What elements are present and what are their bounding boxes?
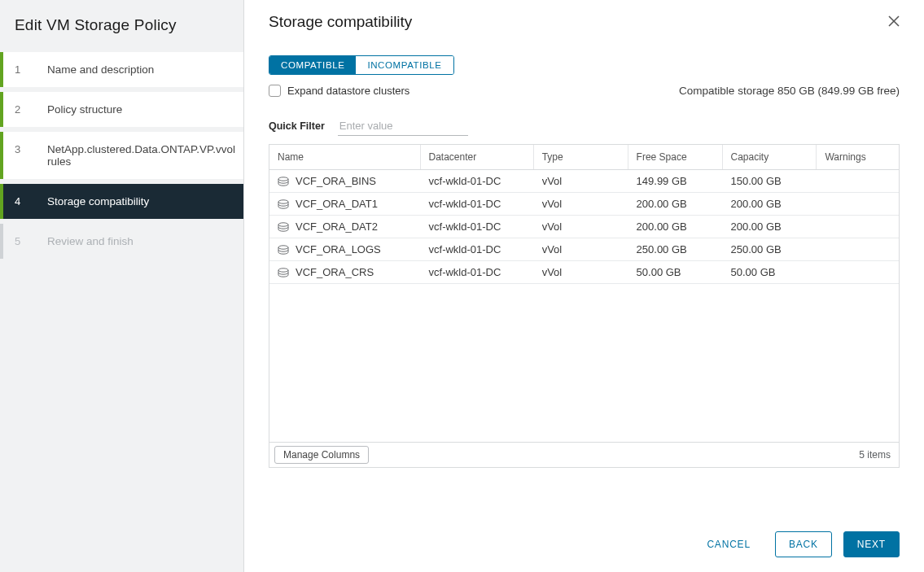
wizard-footer: CANCEL BACK NEXT <box>269 497 900 557</box>
cancel-button[interactable]: CANCEL <box>694 532 763 557</box>
wizard-step-policy-structure[interactable]: 2 Policy structure <box>0 92 243 127</box>
datastore-name: VCF_ORA_CRS <box>296 266 374 278</box>
col-name[interactable]: Name <box>269 145 421 169</box>
cell-type: vVol <box>534 216 628 238</box>
page-title: Storage compatibility <box>269 13 412 31</box>
step-label: Storage compatibility <box>31 195 229 207</box>
svg-point-6 <box>278 268 288 271</box>
col-warnings[interactable]: Warnings <box>817 145 898 169</box>
datastore-icon <box>278 245 289 255</box>
step-number: 4 <box>15 195 20 207</box>
cell-free-space: 200.00 GB <box>628 216 723 238</box>
grid-footer: Manage Columns 5 items <box>269 442 899 467</box>
svg-point-3 <box>278 199 288 203</box>
compatibility-tab-group: COMPATIBLE INCOMPATIBLE <box>269 55 454 75</box>
datastore-name: VCF_ORA_DAT2 <box>296 221 378 233</box>
step-label: Policy structure <box>31 103 229 116</box>
col-type[interactable]: Type <box>534 145 628 169</box>
table-row[interactable]: VCF_ORA_LOGSvcf-wkld-01-DCvVol250.00 GB2… <box>269 238 899 261</box>
step-number: 5 <box>15 235 20 247</box>
cell-name: VCF_ORA_DAT1 <box>269 193 421 215</box>
datastore-icon <box>278 268 289 277</box>
cell-name: VCF_ORA_CRS <box>269 261 421 283</box>
expand-clusters-checkbox-wrap[interactable]: Expand datastore clusters <box>269 85 409 97</box>
manage-columns-button[interactable]: Manage Columns <box>274 446 369 464</box>
col-datacenter[interactable]: Datacenter <box>421 145 534 169</box>
expand-clusters-label: Expand datastore clusters <box>287 85 409 97</box>
compatible-storage-summary: Compatible storage 850 GB (849.99 GB fre… <box>679 85 900 97</box>
table-row[interactable]: VCF_ORA_CRSvcf-wkld-01-DCvVol50.00 GB50.… <box>269 261 899 284</box>
main-header: Storage compatibility <box>269 13 900 31</box>
datastore-grid: Name Datacenter Type Free Space Capacity… <box>269 144 900 468</box>
checkbox-icon[interactable] <box>269 85 281 97</box>
cell-datacenter: vcf-wkld-01-DC <box>421 238 534 260</box>
step-number: 3 <box>15 143 20 155</box>
wizard-step-storage-compatibility[interactable]: 4 Storage compatibility <box>0 184 243 219</box>
step-label: NetApp.clustered.Data.ONTAP.VP.vvol rule… <box>31 143 229 168</box>
cell-warnings <box>817 177 898 186</box>
wizard-step-vvol-rules[interactable]: 3 NetApp.clustered.Data.ONTAP.VP.vvol ru… <box>0 132 243 179</box>
datastore-name: VCF_ORA_LOGS <box>296 243 381 255</box>
wizard-step-name-description[interactable]: 1 Name and description <box>0 52 243 87</box>
cell-datacenter: vcf-wkld-01-DC <box>421 193 534 215</box>
cell-capacity: 50.00 GB <box>723 261 817 283</box>
step-number: 1 <box>15 63 20 76</box>
cell-datacenter: vcf-wkld-01-DC <box>421 261 534 283</box>
cell-free-space: 50.00 GB <box>628 261 723 283</box>
cell-type: vVol <box>534 193 628 215</box>
compat-tabs-row: COMPATIBLE INCOMPATIBLE <box>269 55 900 75</box>
col-capacity[interactable]: Capacity <box>723 145 817 169</box>
tab-compatible[interactable]: COMPATIBLE <box>269 56 356 74</box>
cell-warnings <box>817 199 898 209</box>
wizard-steps-list: 1 Name and description 2 Policy structur… <box>0 52 243 259</box>
datastore-icon <box>278 199 289 209</box>
step-label: Review and finish <box>31 235 229 247</box>
cell-capacity: 200.00 GB <box>723 193 817 215</box>
wizard-sidebar: Edit VM Storage Policy 1 Name and descri… <box>0 0 244 572</box>
cell-name: VCF_ORA_DAT2 <box>269 216 421 238</box>
cell-capacity: 150.00 GB <box>723 170 817 192</box>
cell-datacenter: vcf-wkld-01-DC <box>421 170 534 192</box>
next-button[interactable]: NEXT <box>843 531 900 557</box>
cell-capacity: 250.00 GB <box>723 238 817 260</box>
wizard-title: Edit VM Storage Policy <box>0 15 243 52</box>
cell-type: vVol <box>534 261 628 283</box>
svg-point-4 <box>278 222 288 225</box>
tab-incompatible[interactable]: INCOMPATIBLE <box>356 56 453 74</box>
cell-type: vVol <box>534 238 628 260</box>
cell-type: vVol <box>534 170 628 192</box>
cell-capacity: 200.00 GB <box>723 216 817 238</box>
cell-warnings <box>817 245 898 255</box>
wizard-step-review-finish: 5 Review and finish <box>0 224 243 259</box>
col-free-space[interactable]: Free Space <box>628 145 723 169</box>
close-icon[interactable] <box>888 15 900 29</box>
grid-header: Name Datacenter Type Free Space Capacity… <box>269 145 899 170</box>
cell-warnings <box>817 222 898 232</box>
cell-name: VCF_ORA_BINS <box>269 170 421 192</box>
datastore-icon <box>278 222 289 232</box>
wizard-main: Storage compatibility COMPATIBLE INCOMPA… <box>244 0 924 572</box>
grid-item-count: 5 items <box>859 449 891 461</box>
svg-point-5 <box>278 245 288 248</box>
cell-free-space: 149.99 GB <box>628 170 723 192</box>
expand-summary-row: Expand datastore clusters Compatible sto… <box>269 85 900 97</box>
cell-free-space: 200.00 GB <box>628 193 723 215</box>
grid-body[interactable]: VCF_ORA_BINSvcf-wkld-01-DCvVol149.99 GB1… <box>269 170 899 442</box>
step-number: 2 <box>15 103 20 116</box>
step-label: Name and description <box>31 63 229 76</box>
table-row[interactable]: VCF_ORA_BINSvcf-wkld-01-DCvVol149.99 GB1… <box>269 170 899 193</box>
back-button[interactable]: BACK <box>775 531 832 557</box>
cell-free-space: 250.00 GB <box>628 238 723 260</box>
quick-filter-label: Quick Filter <box>269 120 325 132</box>
table-row[interactable]: VCF_ORA_DAT2vcf-wkld-01-DCvVol200.00 GB2… <box>269 216 899 238</box>
table-row[interactable]: VCF_ORA_DAT1vcf-wkld-01-DCvVol200.00 GB2… <box>269 193 899 216</box>
cell-warnings <box>817 268 898 277</box>
svg-point-2 <box>278 177 288 180</box>
cell-name: VCF_ORA_LOGS <box>269 238 421 260</box>
datastore-name: VCF_ORA_BINS <box>296 175 376 187</box>
cell-datacenter: vcf-wkld-01-DC <box>421 216 534 238</box>
datastore-name: VCF_ORA_DAT1 <box>296 198 378 210</box>
datastore-icon <box>278 177 289 186</box>
quick-filter-input[interactable] <box>338 116 468 136</box>
quick-filter-row: Quick Filter <box>269 116 900 136</box>
